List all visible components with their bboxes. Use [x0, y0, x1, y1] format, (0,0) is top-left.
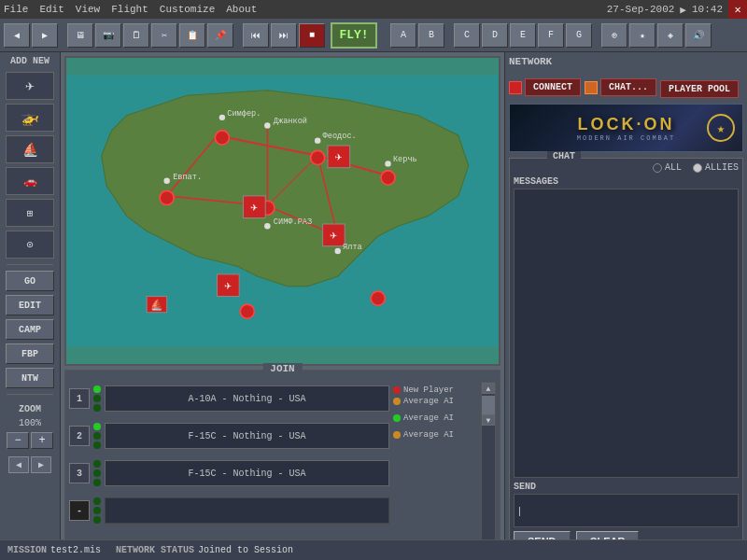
scrollbar-down[interactable]: ▼	[482, 414, 495, 426]
toolbar-btn-d[interactable]: D	[482, 23, 508, 48]
aa-icon: ⊞	[27, 207, 34, 219]
fly-button[interactable]: FLY!	[331, 22, 377, 49]
target-icon: ⊙	[26, 238, 33, 252]
svg-point-11	[311, 150, 325, 164]
unit-tank-btn[interactable]: 🚗	[6, 167, 54, 195]
toolbar-btn-j[interactable]: ◈	[657, 23, 684, 48]
toolbar-btn-1[interactable]: 🖥	[67, 23, 93, 48]
scrollbar-thumb[interactable]	[482, 396, 495, 414]
radio-all-circle	[653, 163, 662, 173]
menu-customize[interactable]: Customize	[160, 4, 215, 15]
connect-group: CONNECT	[509, 78, 581, 96]
connect-indicator	[509, 81, 522, 94]
sidebar-divider-1	[7, 264, 53, 265]
svg-point-36	[385, 161, 390, 166]
status-text-3a: Average AI	[403, 430, 454, 440]
scrollbar-up[interactable]: ▲	[482, 383, 495, 394]
slot-light-3a	[93, 460, 101, 468]
toolbar-btn-a[interactable]: A	[390, 23, 416, 48]
unit-target-btn[interactable]: ⊙	[6, 231, 54, 259]
join-section: JOIN 1 A-10A - Nothing - USA	[64, 370, 500, 556]
toolbar-btn-e[interactable]: E	[510, 23, 536, 48]
chat-section: CHAT ALL ALLIES MESSAGES SEND SEND CLEAR	[509, 158, 743, 556]
player-pool-button[interactable]: PLAYER POOL	[660, 80, 739, 98]
slot-btn-3[interactable]: F-15C - Nothing - USA	[105, 460, 389, 486]
unit-aa-btn[interactable]: ⊞	[6, 199, 54, 227]
messages-label: MESSAGES	[514, 176, 739, 187]
radio-all-label: ALL	[665, 162, 682, 173]
ntw-button[interactable]: NTW	[6, 368, 54, 388]
toolbar-btn-f[interactable]: F	[538, 23, 564, 48]
dot-2a	[393, 414, 401, 422]
network-status: NETWORK STATUS Joined to Session	[116, 545, 293, 555]
menu-edit[interactable]: Edit	[39, 4, 63, 15]
zoom-plus-button[interactable]: +	[31, 432, 53, 449]
toolbar-btn-rew[interactable]: ⏮	[243, 23, 269, 48]
svg-point-32	[163, 177, 169, 183]
slot-light-2c	[93, 441, 101, 449]
unit-ship-btn[interactable]: ⛵	[6, 135, 54, 163]
toolbar-btn-ff[interactable]: ⏭	[271, 23, 297, 48]
slot-light-ec	[93, 516, 101, 524]
nav-prev-button[interactable]: ◀	[8, 456, 29, 473]
send-input[interactable]	[514, 494, 739, 527]
toolbar-btn-copy[interactable]: 📋	[179, 23, 205, 48]
toolbar-btn-k[interactable]: 🔊	[685, 23, 712, 48]
slot-lights-empty	[93, 497, 101, 524]
join-scrollbar[interactable]: ▲ ▼	[481, 382, 496, 552]
chat-label: CHAT	[547, 151, 581, 161]
map-container[interactable]: ✈ ✈ ✈ ✈ ⛵ Симфер. Феодос. Евпат. Джанкой	[64, 56, 500, 366]
radio-all[interactable]: ALL	[653, 162, 682, 173]
toolbar-btn-c[interactable]: C	[454, 23, 480, 48]
toolbar-btn-i[interactable]: ★	[629, 23, 655, 48]
unit-helicopter-btn[interactable]: 🚁	[6, 104, 54, 132]
fbp-button[interactable]: FBP	[6, 343, 54, 364]
svg-point-40	[264, 223, 270, 229]
radio-allies[interactable]: ALLIES	[693, 162, 739, 173]
join-label: JOIN	[262, 363, 302, 374]
slot-status-2: Average AI	[393, 413, 477, 423]
svg-text:Ялта: Ялта	[343, 243, 362, 252]
svg-point-17	[371, 291, 385, 305]
slot-light-ea	[93, 497, 101, 505]
toolbar-btn-g[interactable]: G	[566, 23, 592, 48]
network-status-val: Joined to Session	[198, 545, 293, 555]
slot-light-3b	[93, 469, 101, 477]
toolbar-btn-3[interactable]: 🗒	[123, 23, 149, 48]
edit-button[interactable]: EDIT	[6, 295, 54, 315]
camp-button[interactable]: CAMP	[6, 319, 54, 340]
radio-allies-circle	[693, 163, 702, 173]
toolbar-btn-2[interactable]: 📷	[95, 23, 121, 48]
menu-flight[interactable]: Flight	[111, 4, 148, 15]
time-display: 10:42	[692, 4, 723, 15]
menu-view[interactable]: View	[76, 4, 100, 15]
toolbar-btn-fwd[interactable]: ▶	[32, 23, 58, 48]
slot-num-1: 1	[69, 388, 90, 409]
toolbar-btn-cut[interactable]: ✂	[151, 23, 177, 48]
toolbar-btn-stop[interactable]: ■	[299, 23, 325, 48]
logo-subtext: MODERN AIR COMBAT	[577, 134, 675, 142]
toolbar-btn-back[interactable]: ◀	[4, 23, 30, 48]
toolbar-btn-h[interactable]: ⊕	[601, 23, 627, 48]
slot-status-3: Average AI	[393, 430, 477, 440]
menu-about[interactable]: About	[226, 4, 257, 15]
chat-open-button[interactable]: CHAT...	[600, 78, 656, 96]
toolbar-btn-b[interactable]: B	[418, 23, 444, 48]
zoom-minus-button[interactable]: −	[7, 432, 29, 449]
slot-status-list: New Player Average AI Average AI	[393, 382, 477, 552]
menu-file[interactable]: File	[4, 4, 28, 15]
slot-btn-2[interactable]: F-15C - Nothing - USA	[105, 423, 389, 449]
svg-text:✈: ✈	[335, 150, 343, 164]
slot-btn-1[interactable]: A-10A - Nothing - USA	[105, 385, 389, 412]
radio-allies-label: ALLIES	[705, 162, 739, 173]
svg-text:✈: ✈	[250, 201, 258, 215]
unit-aircraft-btn[interactable]: ✈	[6, 72, 54, 100]
nav-next-button[interactable]: ▶	[31, 456, 51, 473]
close-button[interactable]: ✕	[728, 0, 747, 19]
slot-row-2: 2 F-15C - Nothing - USA	[69, 419, 389, 453]
connect-button[interactable]: CONNECT	[525, 78, 581, 96]
toolbar-btn-paste[interactable]: 📌	[207, 23, 233, 48]
slot-num-empty: -	[69, 500, 90, 521]
go-button[interactable]: GO	[6, 271, 54, 291]
slot-light-eb	[93, 507, 101, 514]
